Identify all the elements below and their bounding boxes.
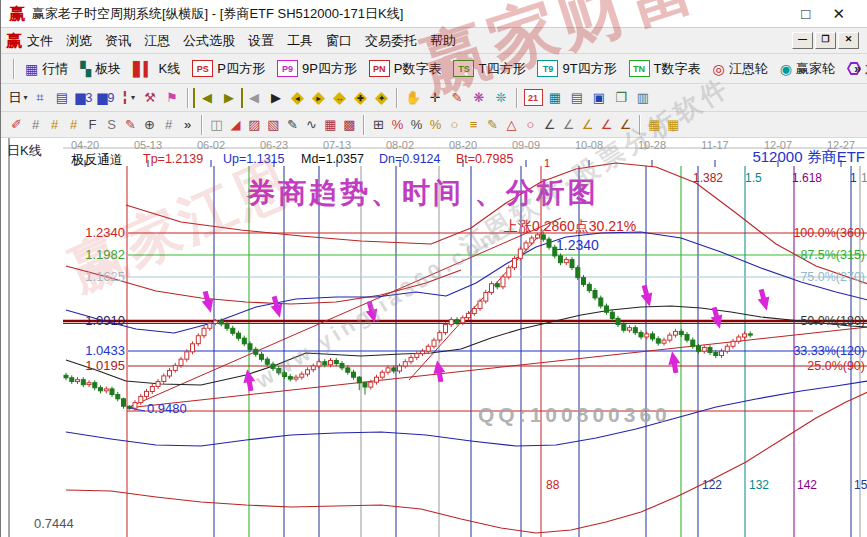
flag-chart-icon[interactable]: ⚑	[161, 88, 183, 108]
toolbar-t-square-button[interactable]: TST四方形	[447, 60, 531, 78]
candle-style-icon[interactable]: ╏	[117, 88, 139, 108]
menu-item-6[interactable]: 工具	[282, 30, 318, 52]
draw-tool-icon-33[interactable]: ∠	[616, 115, 635, 135]
menu-item-2[interactable]: 资讯	[100, 30, 136, 52]
next-bar-button[interactable]: ▶	[265, 88, 287, 108]
toolbar-gann-wheel-button[interactable]: ◎江恩轮	[707, 60, 774, 78]
maximize-button[interactable]: □	[801, 5, 810, 23]
draw-tool-icon-6[interactable]: ✎	[121, 115, 140, 135]
p-number-table-label: P数字表	[394, 60, 442, 78]
navigation-toolbar: 日⌗▤▆3▆9╏⚒⚑◀▶◀▶◆◂◆▸◆↔◆✚◆✦✋✛✎❋❊21▦▤▣❐▥	[1, 84, 867, 112]
analyze-tool[interactable]: ❊	[490, 88, 512, 108]
print-icon[interactable]: ▥	[632, 88, 654, 108]
menu-logo-icon: 赢	[6, 33, 22, 49]
gann-shape-right[interactable]: ◆▸	[308, 88, 329, 108]
network-icon[interactable]: ⌗	[29, 88, 51, 108]
calendar-icon[interactable]: 21	[522, 88, 544, 108]
t-square-label: T四方形	[478, 60, 525, 78]
draw-tool-icon-1[interactable]: #	[26, 115, 45, 135]
draw-tool-icon-8[interactable]: #	[159, 115, 178, 135]
svg-text:1: 1	[544, 157, 550, 169]
draw-tool-icon-35[interactable]: ▦	[645, 115, 664, 135]
mdi-restore-button[interactable]: ❐	[815, 32, 836, 49]
period-day-selector[interactable]: 日	[7, 88, 29, 108]
mdi-close-button[interactable]: ✕	[838, 32, 859, 49]
draw-tool-icon-23[interactable]: %	[426, 115, 445, 135]
draw-tool-icon-16[interactable]: ∿	[302, 115, 321, 135]
save-icon[interactable]: ▣	[588, 88, 610, 108]
draw-tool-icon-5[interactable]: S	[102, 115, 121, 135]
toolbar-p-square-button[interactable]: PSP四方形	[186, 60, 271, 78]
draw-tool-icon-30[interactable]: ∠	[559, 115, 578, 135]
draw-tool-icon-26[interactable]: ✎	[483, 115, 502, 135]
draw-tool-icon-13[interactable]: ▨	[245, 115, 264, 135]
toolbar-kline-button[interactable]: ▋▍K线	[127, 60, 186, 78]
draw-tool-icon-18[interactable]: ▩	[340, 115, 359, 135]
toolbar-t-number-table-button[interactable]: TNT数字表	[623, 60, 707, 78]
draw-tool-icon-15[interactable]: ✎	[283, 115, 302, 135]
kline-label: K线	[159, 60, 181, 78]
notes-icon[interactable]: ▤	[566, 88, 588, 108]
menu-item-4[interactable]: 公式选股	[178, 30, 240, 52]
mdi-minimize-button[interactable]: —	[792, 32, 813, 49]
toolbar-quote-table-button[interactable]: ▦行情	[19, 60, 74, 78]
detail-doc-icon[interactable]: ▤	[51, 88, 73, 108]
draw-tool-icon-11[interactable]: ◫	[207, 115, 226, 135]
draw-tool-icon-31[interactable]: ∠	[578, 115, 597, 135]
menu-item-7[interactable]: 窗口	[321, 30, 357, 52]
svg-text:1.0195: 1.0195	[85, 358, 125, 373]
toolbar-9p-square-button[interactable]: P99P四方形	[271, 60, 363, 78]
draw-tool-icon-12[interactable]: ◢	[226, 115, 245, 135]
magic-tool[interactable]: ❋	[468, 88, 490, 108]
svg-text:1.1982: 1.1982	[85, 247, 125, 262]
gann-shape-star[interactable]: ◆✦	[371, 88, 392, 108]
draw-tool-icon-36[interactable]: ▦	[664, 115, 683, 135]
draw-tool-icon-21[interactable]: %	[388, 115, 407, 135]
draw-tool-icon-29[interactable]: ∠	[540, 115, 559, 135]
menu-item-8[interactable]: 交易委托	[360, 30, 422, 52]
pan-tool[interactable]: ✋	[402, 88, 424, 108]
bars-9-icon[interactable]: ▆9	[95, 88, 117, 108]
draw-tool-icon-20[interactable]: ⊞	[369, 115, 388, 135]
crosshair-tool[interactable]: ✛	[424, 88, 446, 108]
prev-bar-button[interactable]: ◀	[243, 88, 265, 108]
draw-tool-icon-22[interactable]: %	[407, 115, 426, 135]
toolbar-sectors-button[interactable]: ▚板块	[74, 60, 127, 78]
toolbar-p-number-table-button[interactable]: PNP数字表	[363, 60, 448, 78]
calculator-icon[interactable]: ▦	[544, 88, 566, 108]
draw-tool-icon-3[interactable]: #	[64, 115, 83, 135]
last-bar-button[interactable]: ▶	[218, 88, 243, 108]
toolbar-9t-square-button[interactable]: T99T四方形	[531, 60, 622, 78]
draw-tool-icon-25[interactable]: ≡	[464, 115, 483, 135]
draw-tool-icon-14[interactable]: ▧	[264, 115, 283, 135]
draw-tool-icon-24[interactable]: ○	[445, 115, 464, 135]
chart-canvas[interactable]: 1.2340100.0%(360)1.198287.5%(315)1.16257…	[1, 138, 867, 537]
draw-tool-icon-2[interactable]: #	[45, 115, 64, 135]
gann-shape-horiz[interactable]: ◆↔	[329, 88, 350, 108]
window-title: 赢家老子时空周期系统[纵横版] - [券商ETF SH512000-171日K线…	[32, 5, 403, 23]
bars-3-icon[interactable]: ▆3	[73, 88, 95, 108]
menu-item-5[interactable]: 设置	[243, 30, 279, 52]
draw-tool-icon-7[interactable]: ⊕	[140, 115, 159, 135]
draw-tool-icon-0[interactable]: ✐	[7, 115, 26, 135]
gann-shape-left[interactable]: ◆◂	[287, 88, 308, 108]
menu-item-3[interactable]: 江恩	[139, 30, 175, 52]
toolbar-winner-wheel-button[interactable]: ◉赢家轮	[774, 60, 841, 78]
draw-tool-icon-17[interactable]: ▦	[321, 115, 340, 135]
gann-shape-cross[interactable]: ◆✚	[350, 88, 371, 108]
draw-tool-icon-27[interactable]: △	[502, 115, 521, 135]
close-button[interactable]: ✕	[832, 5, 845, 23]
draw-pen-tool[interactable]: ✎	[446, 88, 468, 108]
draw-tool-icon-4[interactable]: F	[83, 115, 102, 135]
toolbar-overflow-icon[interactable]: »	[854, 62, 861, 76]
formula-tool-icon[interactable]: ⚒	[139, 88, 161, 108]
menu-item-1[interactable]: 浏览	[61, 30, 97, 52]
chart-area[interactable]: 1.2340100.0%(360)1.198287.5%(315)1.16257…	[1, 138, 867, 537]
menu-item-9[interactable]: 帮助	[425, 30, 461, 52]
draw-tool-icon-28[interactable]: ○	[521, 115, 540, 135]
draw-tool-icon-9[interactable]: »	[178, 115, 197, 135]
first-bar-button[interactable]: ◀	[193, 88, 218, 108]
menu-item-0[interactable]: 文件	[22, 30, 58, 52]
draw-tool-icon-32[interactable]: ∠	[597, 115, 616, 135]
copy-icon[interactable]: ❐	[610, 88, 632, 108]
